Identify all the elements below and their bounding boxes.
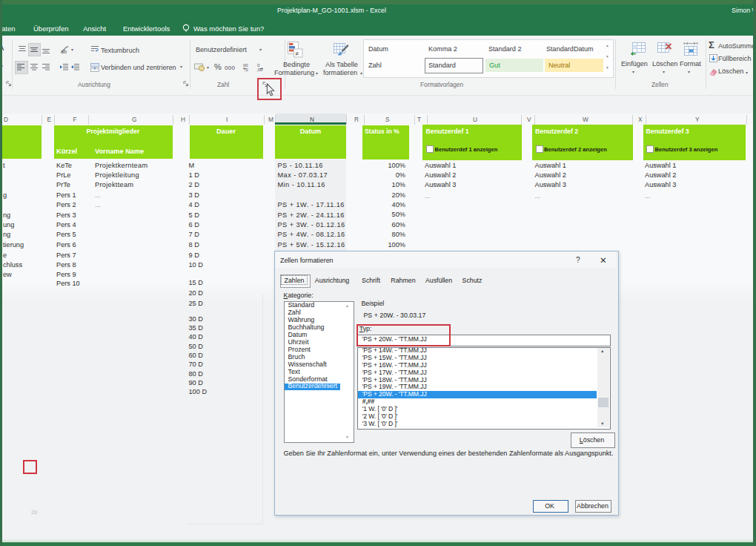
svg-text:≠: ≠: [296, 50, 299, 57]
svg-text:,0: ,0: [245, 68, 249, 72]
svg-text:ab: ab: [61, 49, 67, 54]
